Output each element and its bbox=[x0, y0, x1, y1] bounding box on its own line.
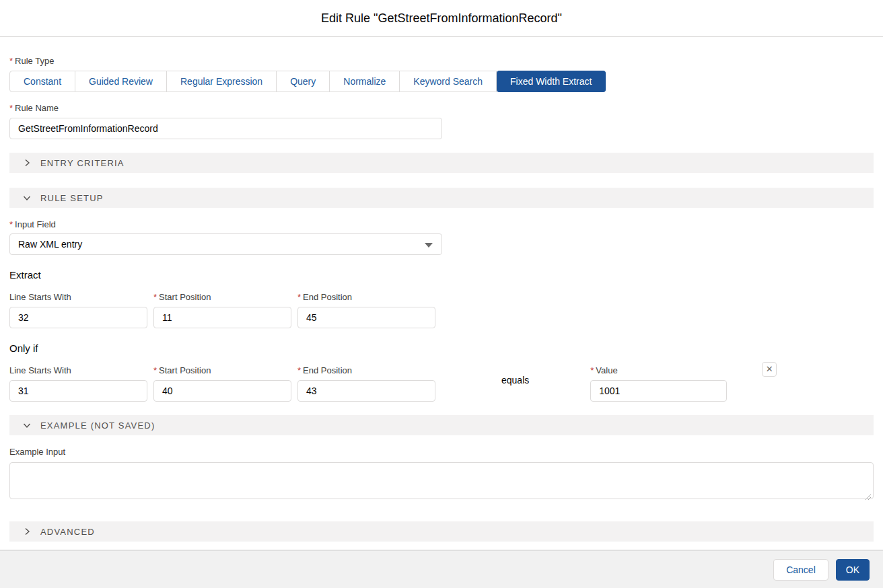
only-if-end-position-group: * End Position bbox=[297, 365, 435, 402]
start-position-label: * Start Position bbox=[153, 292, 291, 303]
cancel-button[interactable]: Cancel bbox=[773, 559, 828, 581]
dropdown-arrow-icon bbox=[425, 243, 433, 248]
rule-type-option-constant[interactable]: Constant bbox=[9, 71, 75, 92]
section-title: ADVANCED bbox=[40, 527, 95, 537]
rule-type-button-group: Constant Guided Review Regular Expressio… bbox=[9, 71, 874, 92]
rule-name-label: * Rule Name bbox=[9, 103, 874, 114]
required-asterisk: * bbox=[9, 103, 13, 114]
required-asterisk: * bbox=[9, 219, 13, 230]
only-if-line-starts-with-input[interactable] bbox=[9, 380, 147, 402]
section-title: RULE SETUP bbox=[40, 193, 104, 203]
line-starts-with-label: Line Starts With bbox=[9, 365, 147, 376]
extract-row: Line Starts With * Start Position * End … bbox=[9, 292, 874, 328]
resize-handle-icon[interactable] bbox=[865, 491, 872, 498]
chevron-down-icon bbox=[22, 193, 32, 203]
only-if-end-position-input[interactable] bbox=[297, 380, 435, 402]
required-asterisk: * bbox=[297, 365, 301, 376]
start-position-label: * Start Position bbox=[153, 365, 291, 376]
rule-name-input[interactable] bbox=[9, 118, 442, 139]
rule-type-option-query[interactable]: Query bbox=[277, 71, 330, 92]
chevron-down-icon bbox=[22, 420, 32, 430]
end-position-label: * End Position bbox=[297, 292, 435, 303]
extract-start-position-group: * Start Position bbox=[153, 292, 291, 328]
rule-type-option-normalize[interactable]: Normalize bbox=[330, 71, 400, 92]
only-if-start-position-group: * Start Position bbox=[153, 365, 291, 402]
only-if-start-position-input[interactable] bbox=[153, 380, 291, 402]
required-asterisk: * bbox=[153, 292, 157, 303]
section-title: EXAMPLE (NOT SAVED) bbox=[40, 420, 155, 431]
input-field-selected-value: Raw XML entry bbox=[18, 239, 82, 250]
required-asterisk: * bbox=[590, 365, 594, 376]
required-asterisk: * bbox=[9, 56, 13, 67]
rule-type-option-regular-expression[interactable]: Regular Expression bbox=[167, 71, 277, 92]
section-title: ENTRY CRITERIA bbox=[40, 158, 125, 168]
example-input-label: Example Input bbox=[9, 447, 874, 457]
remove-condition-button[interactable]: ✕ bbox=[762, 362, 777, 377]
end-position-label: * End Position bbox=[297, 365, 435, 376]
rule-type-label: * Rule Type bbox=[9, 56, 874, 67]
ok-button[interactable]: OK bbox=[836, 559, 870, 581]
required-asterisk: * bbox=[297, 292, 301, 303]
extract-start-position-input[interactable] bbox=[153, 307, 291, 328]
only-if-value-input[interactable] bbox=[590, 380, 727, 402]
line-starts-with-label: Line Starts With bbox=[9, 292, 147, 303]
operator-text: equals bbox=[501, 365, 529, 385]
close-icon: ✕ bbox=[766, 363, 773, 376]
extract-end-position-input[interactable] bbox=[297, 307, 435, 328]
example-input-wrap bbox=[9, 462, 874, 502]
section-entry-criteria[interactable]: ENTRY CRITERIA bbox=[9, 153, 874, 173]
only-if-line-starts-with-group: Line Starts With bbox=[9, 365, 147, 402]
value-label: * Value bbox=[590, 365, 727, 376]
required-asterisk: * bbox=[153, 365, 157, 376]
extract-heading: Extract bbox=[9, 269, 874, 281]
rule-type-option-fixed-width-extract[interactable]: Fixed Width Extract bbox=[497, 71, 606, 92]
rule-type-option-guided-review[interactable]: Guided Review bbox=[75, 71, 167, 92]
extract-end-position-group: * End Position bbox=[297, 292, 435, 328]
rule-type-option-keyword-search[interactable]: Keyword Search bbox=[400, 71, 497, 92]
modal-footer: Cancel OK bbox=[0, 550, 883, 588]
page-title: Edit Rule "GetStreetFromInformationRecor… bbox=[321, 11, 562, 26]
section-advanced[interactable]: ADVANCED bbox=[9, 521, 874, 542]
section-example[interactable]: EXAMPLE (NOT SAVED) bbox=[9, 415, 874, 435]
input-field-label: * Input Field bbox=[9, 219, 874, 230]
only-if-row: Line Starts With * Start Position * End … bbox=[9, 365, 874, 402]
section-rule-setup[interactable]: RULE SETUP bbox=[9, 188, 874, 208]
modal-body: * Rule Type Constant Guided Review Regul… bbox=[0, 56, 883, 542]
only-if-heading: Only if bbox=[9, 342, 874, 355]
input-field-select[interactable]: Raw XML entry bbox=[9, 233, 442, 255]
chevron-right-icon bbox=[22, 527, 32, 536]
example-input-textarea[interactable] bbox=[9, 462, 874, 499]
modal-header: Edit Rule "GetStreetFromInformationRecor… bbox=[0, 0, 883, 37]
only-if-value-group: * Value bbox=[590, 365, 727, 402]
extract-line-starts-with-group: Line Starts With bbox=[9, 292, 147, 328]
extract-line-starts-with-input[interactable] bbox=[9, 307, 147, 328]
chevron-right-icon bbox=[22, 158, 32, 168]
